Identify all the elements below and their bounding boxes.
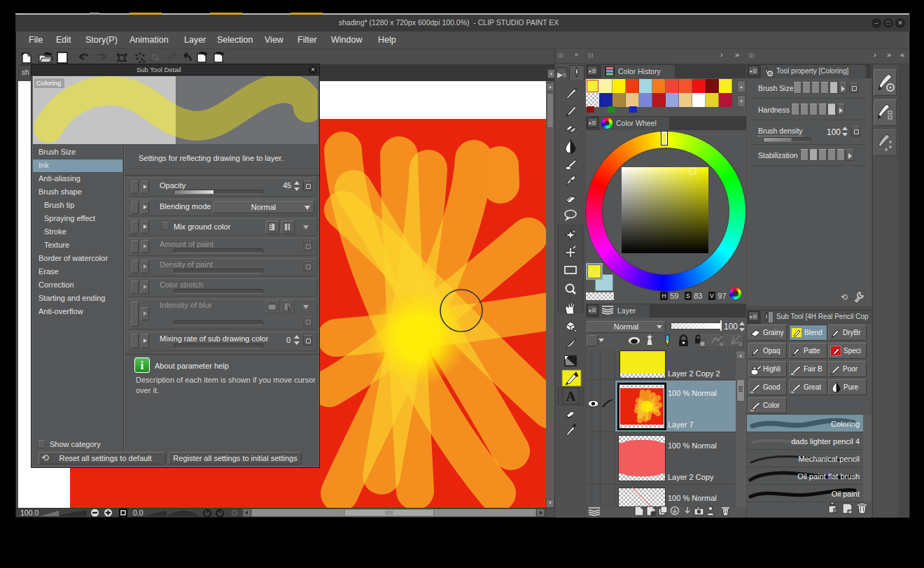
svg-text:0.0: 0.0 bbox=[133, 509, 144, 517]
svg-text:A: A bbox=[566, 389, 576, 404]
